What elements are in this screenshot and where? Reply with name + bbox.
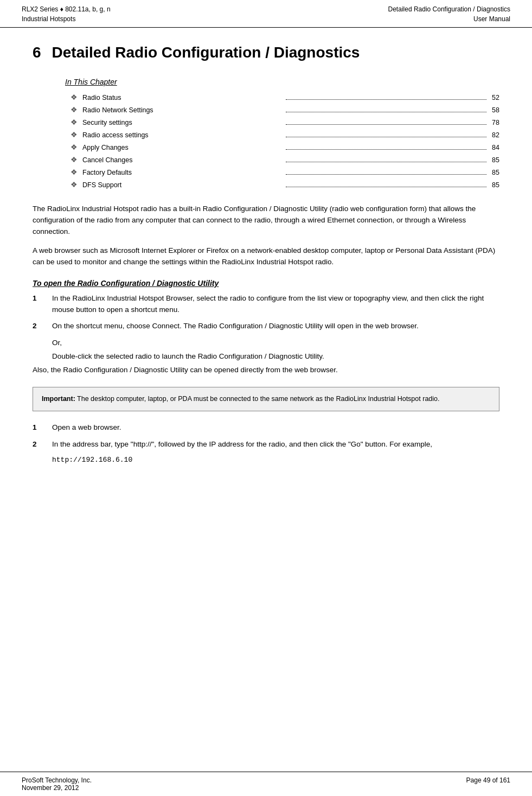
open-utility-heading: To open the Radio Configuration / Diagno…: [33, 279, 499, 288]
step2-item: 1Open a web browser.: [33, 422, 499, 434]
toc-item: ❖Apply Changes84: [70, 142, 499, 153]
header-right: Detailed Radio Configuration / Diagnosti…: [388, 4, 510, 24]
toc-dots: [286, 187, 487, 187]
step-item: 2On the shortcut menu, choose Connect. T…: [33, 321, 499, 332]
toc-item: ❖DFS Support85: [70, 179, 499, 190]
step-number: 2: [33, 321, 48, 332]
important-box: Important: The desktop computer, laptop,…: [33, 387, 499, 411]
step-item: 1In the RadioLinx Industrial Hotspot Bro…: [33, 293, 499, 316]
toc-dots: [286, 112, 487, 112]
toc-item: ❖Radio access settings82: [70, 129, 499, 141]
toc-item-label: Radio Status: [82, 93, 284, 103]
toc-dots: [286, 174, 487, 175]
or-text-2: Double-click the selected radio to launc…: [52, 351, 499, 362]
toc-item: ❖Radio Network Settings58: [70, 104, 499, 116]
toc-item-label: Security settings: [82, 118, 284, 128]
toc-page-num: 85: [489, 168, 499, 178]
chapter-title: 6Detailed Radio Configuration / Diagnost…: [33, 44, 499, 61]
toc-item-label: Factory Defaults: [82, 168, 284, 178]
important-label: Important:: [42, 395, 75, 403]
step2-content: In the address bar, type "http://", foll…: [52, 439, 499, 450]
step2-item: 2In the address bar, type "http://", fol…: [33, 439, 499, 450]
toc-item: ❖Security settings78: [70, 117, 499, 128]
body-paragraph-1: The RadioLinx Industrial Hotspot radio h…: [33, 203, 499, 238]
important-text: The desktop computer, laptop, or PDA mus…: [75, 395, 440, 403]
page-header: RLX2 Series ♦ 802.11a, b, g, n Industria…: [0, 0, 532, 28]
step2-content: Open a web browser.: [52, 422, 499, 434]
or-text-1: Or,: [52, 337, 499, 349]
chapter-number: 6: [33, 44, 41, 61]
toc-list: ❖Radio Status52❖Radio Network Settings58…: [70, 92, 499, 190]
footer-page: Page 49 of 161: [466, 776, 510, 792]
steps-list: 1In the RadioLinx Industrial Hotspot Bro…: [33, 293, 499, 333]
step2-number: 1: [33, 422, 48, 434]
toc-page-num: 58: [489, 105, 499, 116]
page-footer: ProSoft Technology, Inc. November 29, 20…: [0, 772, 532, 796]
toc-item-label: Cancel Changes: [82, 155, 284, 165]
body-paragraph-2: A web browser such as Microsoft Internet…: [33, 245, 499, 268]
toc-bullet: ❖: [70, 129, 78, 141]
header-product: RLX2 Series ♦ 802.11a, b, g, n: [22, 4, 111, 14]
footer-left: ProSoft Technology, Inc. November 29, 20…: [22, 776, 92, 792]
footer-company: ProSoft Technology, Inc.: [22, 776, 92, 784]
code-example: http://192.168.6.10: [52, 456, 499, 464]
steps-list-2: 1Open a web browser.2In the address bar,…: [33, 422, 499, 450]
toc-bullet: ❖: [70, 117, 78, 128]
toc-bullet: ❖: [70, 92, 78, 103]
toc-bullet: ❖: [70, 167, 78, 178]
header-manual-title: User Manual: [388, 14, 510, 24]
toc-bullet: ❖: [70, 142, 78, 153]
in-this-chapter-heading: In This Chapter: [65, 78, 499, 86]
in-this-chapter-section: In This Chapter ❖Radio Status52❖Radio Ne…: [65, 78, 499, 190]
toc-item: ❖Cancel Changes85: [70, 154, 499, 165]
toc-page-num: 84: [489, 143, 499, 153]
toc-dots: [286, 149, 487, 150]
header-category: Industrial Hotspots: [22, 14, 111, 24]
chapter-heading: Detailed Radio Configuration / Diagnosti…: [52, 44, 360, 61]
toc-bullet: ❖: [70, 154, 78, 165]
step2-number: 2: [33, 439, 48, 450]
toc-item-label: Apply Changes: [82, 143, 284, 153]
toc-item-label: DFS Support: [82, 180, 284, 190]
toc-page-num: 85: [489, 155, 499, 165]
toc-page-num: 52: [489, 93, 499, 103]
step-number: 1: [33, 293, 48, 304]
step-content: On the shortcut menu, choose Connect. Th…: [52, 321, 499, 332]
toc-dots: [286, 124, 487, 125]
toc-page-num: 78: [489, 118, 499, 128]
footer-date: November 29, 2012: [22, 784, 92, 792]
toc-item-label: Radio access settings: [82, 130, 284, 141]
toc-page-num: 85: [489, 180, 499, 190]
toc-item: ❖Radio Status52: [70, 92, 499, 103]
toc-bullet: ❖: [70, 179, 78, 190]
toc-dots: [286, 137, 487, 137]
toc-dots: [286, 162, 487, 162]
main-content: 6Detailed Radio Configuration / Diagnost…: [0, 28, 532, 501]
also-paragraph: Also, the Radio Configuration / Diagnost…: [33, 365, 499, 376]
toc-bullet: ❖: [70, 104, 78, 116]
toc-dots: [286, 99, 487, 100]
step-content: In the RadioLinx Industrial Hotspot Brow…: [52, 293, 499, 316]
toc-item: ❖Factory Defaults85: [70, 167, 499, 178]
toc-item-label: Radio Network Settings: [82, 105, 284, 116]
header-chapter-title: Detailed Radio Configuration / Diagnosti…: [388, 4, 510, 14]
header-left: RLX2 Series ♦ 802.11a, b, g, n Industria…: [22, 4, 111, 24]
toc-page-num: 82: [489, 130, 499, 141]
